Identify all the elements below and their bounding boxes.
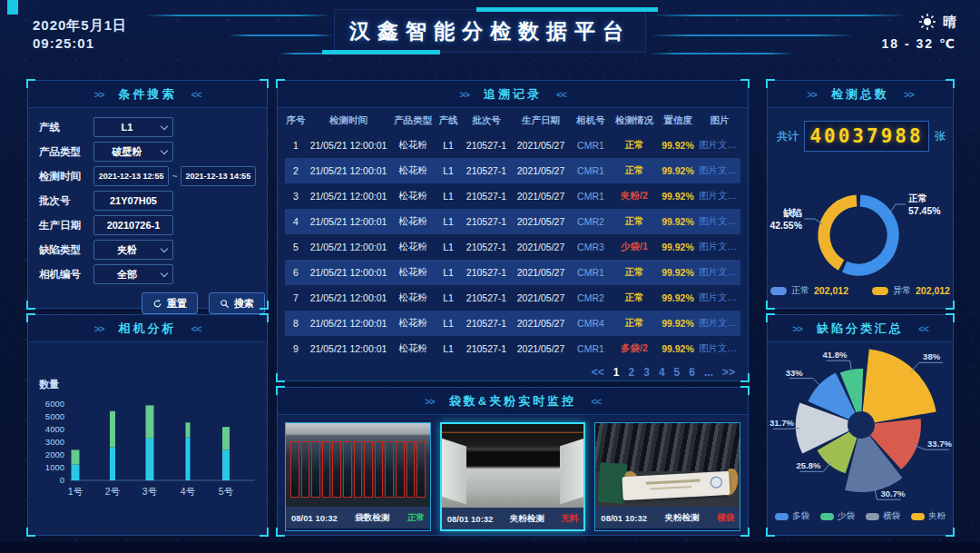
- page-5[interactable]: 5: [674, 366, 681, 379]
- column-header: 相机号: [570, 114, 612, 127]
- column-header: 生产日期: [512, 114, 570, 127]
- chevron-down-icon: [161, 245, 168, 252]
- select-value: 破壁粉: [113, 145, 142, 159]
- svg-text:3000: 3000: [45, 437, 64, 447]
- camera-feed-list: 08/01 10:32袋数检测正常08/01 10:32夹粉检测无料08/01 …: [278, 415, 748, 538]
- column-header: 产品类型: [390, 114, 436, 127]
- table-cell: 21/05/21 12:00:01: [307, 191, 390, 202]
- defect-summary-title: 缺陷分类汇总: [817, 321, 904, 337]
- camera-feed-card-1[interactable]: 08/01 10:32袋数检测正常: [285, 422, 431, 531]
- text-input-3[interactable]: 21Y07H05: [93, 191, 173, 211]
- page-2[interactable]: 2: [629, 366, 635, 379]
- camera-feed-image: [286, 423, 430, 507]
- legend-label: 多袋: [792, 510, 809, 522]
- camera-status: 正常: [407, 512, 425, 524]
- page-6[interactable]: 6: [689, 366, 695, 379]
- next-page-button[interactable]: >>: [722, 366, 735, 379]
- select-6[interactable]: 全部: [93, 264, 173, 284]
- camera-analysis-bar-chart: 数量01000200030004000500060001号2号3号4号5号: [28, 342, 267, 540]
- legend-item-多袋[interactable]: 多袋: [775, 510, 809, 522]
- column-header: 置信度: [657, 114, 699, 127]
- table-cell: 2021/05/27: [512, 242, 570, 252]
- search-panel-title: 条件搜索: [119, 86, 177, 103]
- search-button-label: 搜索: [234, 297, 254, 311]
- page-1[interactable]: 1: [613, 366, 620, 379]
- table-cell: 多袋/2: [612, 342, 657, 355]
- reset-icon: [152, 299, 162, 309]
- picture-link[interactable]: 图片文件...: [699, 342, 740, 355]
- table-cell: 3: [285, 191, 307, 202]
- total-counter-label: 共计: [777, 129, 799, 144]
- footer-band: [0, 542, 980, 553]
- table-cell: 21/05/21 12:00:01: [307, 318, 390, 329]
- page-ellipsis[interactable]: ...: [704, 366, 713, 379]
- select-1[interactable]: 破壁粉: [93, 142, 173, 162]
- table-cell: 2021/05/27: [512, 140, 570, 151]
- table-cell: 99.92%: [657, 191, 699, 202]
- page-3[interactable]: 3: [643, 366, 650, 379]
- picture-link[interactable]: 图片文件...: [699, 190, 740, 202]
- page-4[interactable]: 4: [659, 366, 665, 379]
- table-cell: L1: [436, 191, 461, 202]
- camera-caption: 08/01 10:32夹粉检测横袋: [595, 507, 740, 528]
- detection-total-panel: >> 检测总数 >> 共计 40037988 张 正常57.45%缺陷42.55…: [767, 80, 954, 309]
- legend-label: 横袋: [883, 510, 900, 522]
- picture-link[interactable]: 图片文件...: [699, 241, 740, 253]
- legend-item-异常[interactable]: 异常202,012: [872, 284, 950, 297]
- legend-item-正常[interactable]: 正常202,012: [770, 284, 848, 297]
- sun-icon: [918, 13, 936, 31]
- legend-item-夹粉[interactable]: 夹粉: [911, 510, 946, 522]
- camera-feed-image: [595, 423, 740, 507]
- picture-link[interactable]: 图片文件...: [699, 139, 740, 152]
- svg-text:38%: 38%: [923, 351, 941, 361]
- table-cell: 8: [285, 318, 307, 329]
- table-cell: 99.92%: [657, 140, 699, 151]
- table-cell: CMR2: [570, 216, 612, 227]
- chevrons-right-icon: >>: [792, 323, 802, 334]
- camera-status: 无料: [561, 513, 578, 525]
- picture-link[interactable]: 图片文件...: [699, 291, 740, 304]
- time-from-input[interactable]: 2021-12-13 12:55: [93, 166, 169, 186]
- field-label: 产品类型: [39, 145, 93, 159]
- picture-link[interactable]: 图片文件...: [699, 266, 740, 279]
- picture-link[interactable]: 图片文件...: [699, 317, 740, 330]
- table-cell: 99.92%: [657, 216, 699, 227]
- table-cell: 99.92%: [657, 292, 699, 303]
- title-accent-bar: [322, 50, 440, 54]
- table-cell: 210527-1: [461, 292, 512, 303]
- svg-text:25.8%: 25.8%: [797, 460, 821, 470]
- time-to-input[interactable]: 2021-12-13 14:55: [181, 166, 256, 186]
- table-cell: 210527-1: [461, 140, 512, 151]
- picture-link[interactable]: 图片文件...: [699, 215, 740, 228]
- search-field-row: 缺陷类型夹粉: [39, 240, 256, 260]
- reset-button-label: 重置: [167, 297, 187, 311]
- table-cell: L1: [436, 216, 461, 227]
- camera-feed-card-2[interactable]: 08/01 10:32夹粉检测无料: [440, 422, 586, 531]
- prev-page-button[interactable]: <<: [592, 366, 604, 379]
- table-cell: 松花粉: [390, 190, 436, 202]
- chevron-down-icon: [161, 123, 168, 130]
- table-cell: L1: [436, 318, 461, 329]
- text-input-4[interactable]: 20210726-1: [93, 215, 173, 235]
- table-cell: 松花粉: [390, 342, 436, 355]
- select-5[interactable]: 夹粉: [93, 240, 173, 260]
- legend-item-少袋[interactable]: 少袋: [820, 510, 855, 522]
- trace-records-panel: >> 追溯记录 << 序号检测时间产品类型产线批次号生产日期相机号检测情况置信度…: [277, 80, 749, 381]
- select-0[interactable]: L1: [93, 117, 173, 137]
- panel-corner-accent: [766, 528, 775, 537]
- legend-item-横袋[interactable]: 横袋: [866, 510, 900, 522]
- search-button[interactable]: 搜索: [209, 292, 265, 314]
- table-cell: 1: [285, 140, 307, 151]
- svg-text:57.45%: 57.45%: [908, 205, 941, 216]
- table-row: 221/05/21 12:00:01松花粉L1210527-12021/05/2…: [285, 158, 740, 183]
- reset-button[interactable]: 重置: [142, 292, 198, 314]
- legend-label: 夹粉: [928, 510, 946, 522]
- table-row: 121/05/21 12:00:01松花粉L1210527-12021/05/2…: [285, 133, 740, 158]
- svg-text:33.7%: 33.7%: [927, 439, 952, 449]
- table-cell: CMR3: [570, 242, 612, 252]
- picture-link[interactable]: 图片文件...: [699, 164, 740, 177]
- search-actions: 重置 搜索: [28, 292, 267, 314]
- table-cell: 7: [285, 292, 307, 303]
- camera-feed-card-3[interactable]: 08/01 10:32夹粉检测横袋: [594, 422, 740, 531]
- table-cell: 松花粉: [390, 266, 436, 279]
